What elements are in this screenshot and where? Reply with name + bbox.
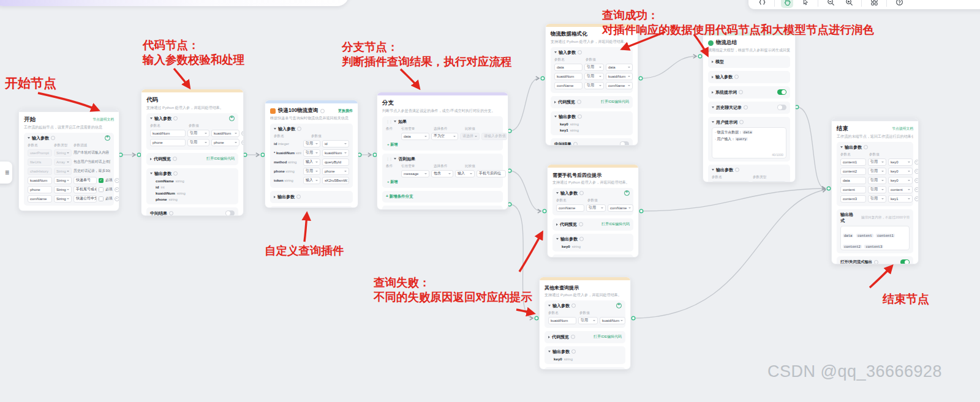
param-name-input[interactable]: kuaidiNum xyxy=(548,317,576,324)
output-name-input[interactable]: content3 xyxy=(840,195,866,203)
user-prompt-toggle[interactable]: 用户提示词 xyxy=(712,119,786,125)
system-prompt-toggle[interactable] xyxy=(777,89,786,95)
drag-handle-icon[interactable]: ⋮⋮ xyxy=(386,119,392,124)
param-type-select[interactable]: String xyxy=(54,149,72,157)
open-ide-link[interactable]: 打开IDE编辑代码 xyxy=(206,156,235,162)
drag-handle-icon[interactable]: ⋮⋮ xyxy=(386,157,392,161)
port[interactable] xyxy=(373,153,377,157)
param-name-input[interactable]: userPrompt xyxy=(28,149,52,157)
model-row[interactable]: 模型 xyxy=(708,56,790,68)
output-params-toggle[interactable]: 输出参数 xyxy=(150,171,235,177)
condition-var-select[interactable]: data xyxy=(401,133,429,140)
value-mode-select[interactable]: 引用 xyxy=(868,168,886,175)
value-mode-select[interactable]: 引用 xyxy=(584,64,604,71)
param-name-input[interactable]: comName xyxy=(28,195,52,203)
doc-link[interactable]: 节点说明文档 xyxy=(892,126,913,132)
variable-chip[interactable]: data xyxy=(742,130,753,134)
node-format[interactable]: 物流数据格式化 支持通过 Python 处理入参，并返回处理结果。 输入参数 参… xyxy=(545,23,638,146)
param-name-input[interactable]: chatHistory xyxy=(28,168,52,175)
value-mode-select[interactable]: 引用 xyxy=(868,177,886,184)
node-plugin[interactable]: 快递100物流查询 更换插件 根据快递单号查询实时物流信息并返回相关信息 输入参… xyxy=(265,100,358,208)
intermediate-toggle[interactable] xyxy=(620,141,629,146)
open-ide-link[interactable]: 打开IDE编辑代码 xyxy=(601,221,630,227)
value-mode-select[interactable]: 引用 xyxy=(868,195,886,203)
help-icon[interactable] xyxy=(893,0,905,8)
remove-param-icon[interactable] xyxy=(914,160,919,165)
port[interactable] xyxy=(508,169,511,173)
open-ide-link[interactable]: 打开IDE编辑代码 xyxy=(594,334,622,340)
input-params-toggle[interactable]: 输入参数 xyxy=(556,190,630,196)
remove-param-icon[interactable] xyxy=(914,196,919,201)
value-ref-select[interactable]: key0 xyxy=(888,168,913,175)
variable-chip[interactable]: content1 xyxy=(876,234,895,237)
add-param-button[interactable] xyxy=(229,116,235,121)
output-name-input[interactable]: content2 xyxy=(840,168,866,175)
param-name-input[interactable]: kuaidiNum xyxy=(150,130,186,137)
value-mode-select[interactable]: 输入 xyxy=(303,177,320,184)
output-type-select[interactable]: String xyxy=(752,181,786,182)
intermediate-toggle[interactable] xyxy=(225,210,235,216)
code-preview-row[interactable]: 代码预览 打开IDE编辑代码 xyxy=(552,218,633,231)
value-mode-select[interactable]: 引用 xyxy=(868,158,886,166)
zoom-out-icon[interactable] xyxy=(824,0,837,8)
compare-mode-select[interactable]: 输入 xyxy=(455,170,475,177)
node-llm[interactable]: 物流总结 调用指定大模型，根据节点入参和提示词生成回复内容 模型 输入参数 系统… xyxy=(703,32,796,182)
edge[interactable] xyxy=(641,56,696,78)
value-ref-select[interactable]: kuaidiNum xyxy=(211,130,239,137)
port[interactable] xyxy=(639,209,643,213)
condition-op-select[interactable]: 包含 xyxy=(431,170,453,177)
port[interactable] xyxy=(508,129,511,133)
port[interactable] xyxy=(535,316,538,320)
remove-param-icon[interactable] xyxy=(914,187,919,192)
value-mode-select[interactable]: 引用 xyxy=(187,139,209,146)
param-name-input[interactable]: phone xyxy=(150,139,186,146)
value-ref-select[interactable]: data xyxy=(606,64,633,71)
required-checkbox[interactable] xyxy=(99,196,104,201)
remove-param-icon[interactable] xyxy=(115,187,119,192)
value-ref-select[interactable]: kuaidiNum xyxy=(606,73,633,80)
output-params-toggle[interactable]: 输出参数 xyxy=(548,349,622,355)
add-branch-link[interactable]: + 新增条件分支 xyxy=(386,194,413,199)
workflow-canvas[interactable]: ≡ 开始 节点说明文档 工作流的起始节点，设置开启工作流需要的信息 输入参数 参… xyxy=(0,0,980,402)
value-mode-select[interactable]: 引用 xyxy=(868,186,886,193)
node-phone-tip[interactable]: 需要手机号后四位提示 支持通过 Python 处理入参，并返回处理结果。 输入参… xyxy=(547,164,639,258)
code-preview-row[interactable]: 代码预览 打开IDE编辑代码 xyxy=(146,153,238,165)
output-params-toggle[interactable]: 输出参数 xyxy=(712,167,786,173)
value-mode-select[interactable]: 引用 xyxy=(187,130,209,137)
llm-input-row[interactable]: 输入参数 xyxy=(708,71,790,83)
layout-icon[interactable] xyxy=(868,0,880,8)
format-editor[interactable]: data content content1 content2 content3 xyxy=(840,226,910,250)
value-ref-select[interactable]: id xyxy=(322,140,349,147)
port[interactable] xyxy=(639,76,643,80)
port[interactable] xyxy=(698,54,702,58)
sidebar-collapse-button[interactable]: ≡ xyxy=(0,162,12,184)
variable-chip[interactable]: content2 xyxy=(843,245,862,248)
port[interactable] xyxy=(261,153,265,157)
edge[interactable] xyxy=(510,171,541,211)
value-ref-select[interactable]: key0 xyxy=(888,177,913,184)
zoom-in-icon[interactable] xyxy=(843,0,855,8)
param-name-input[interactable]: phone xyxy=(28,186,52,193)
add-param-button[interactable] xyxy=(624,190,630,196)
variable-chip[interactable]: query xyxy=(735,137,748,141)
value-ref-select[interactable]: key0 xyxy=(888,158,913,166)
condition-op-select[interactable]: 不为空 xyxy=(431,133,458,140)
value-ref-select[interactable]: kuaidiNum xyxy=(322,149,349,157)
remove-param-icon[interactable] xyxy=(241,140,244,145)
value-ref-select[interactable]: phone xyxy=(322,168,349,175)
output-name-input[interactable]: content xyxy=(840,186,866,193)
add-param-button[interactable] xyxy=(105,135,110,141)
code-preview-row[interactable]: 代码预览 打开IDE编辑代码 xyxy=(551,96,633,108)
input-params-toggle[interactable]: 输入参数 xyxy=(274,126,349,132)
edge[interactable] xyxy=(797,107,825,188)
stream-toggle[interactable] xyxy=(900,259,910,264)
change-plugin-link[interactable]: 更换插件 xyxy=(338,108,353,114)
output-params-row[interactable]: 输出参数 xyxy=(270,191,353,203)
param-type-select[interactable]: String xyxy=(54,177,72,184)
output-params-toggle[interactable]: 输出参数 xyxy=(840,144,910,151)
history-toggle[interactable] xyxy=(777,105,786,110)
code-preview-row[interactable]: 代码预览 打开IDE编辑代码 xyxy=(545,331,625,343)
value-ref-select[interactable]: key1 xyxy=(888,195,913,203)
condition-var-select[interactable]: message xyxy=(401,170,429,177)
variable-chip[interactable]: content xyxy=(856,234,873,237)
